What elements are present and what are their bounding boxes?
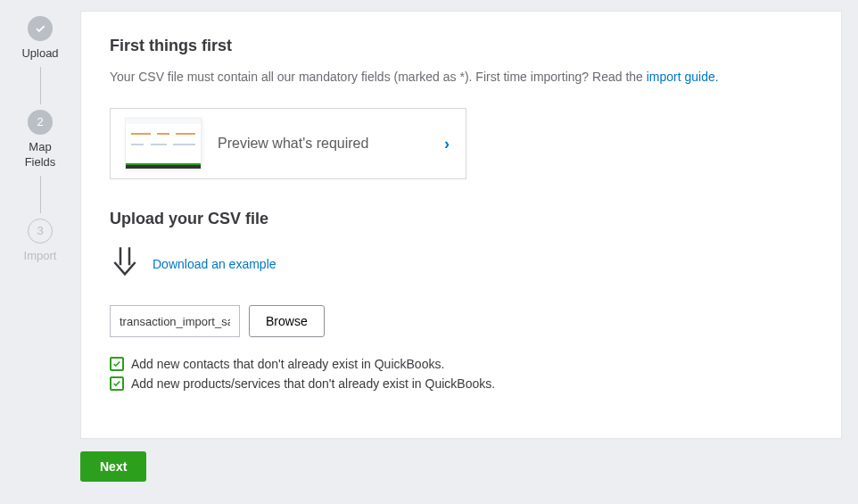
browse-button[interactable]: Browse	[249, 305, 325, 337]
checkbox-add-products[interactable]	[110, 376, 124, 391]
step-connector	[40, 176, 41, 213]
import-guide-link[interactable]: import guide	[647, 70, 719, 84]
checkbox-label: Add new products/services that don't alr…	[131, 376, 495, 391]
step-import: 3 Import	[24, 219, 57, 264]
intro-text: Your CSV file must contain all our manda…	[110, 68, 813, 87]
download-arrow-icon	[110, 244, 140, 284]
checkbox-row-contacts: Add new contacts that don't already exis…	[110, 357, 813, 371]
step-label: Upload	[21, 46, 58, 62]
file-name-input[interactable]	[110, 305, 240, 337]
preview-thumbnail-icon	[125, 118, 202, 169]
section-heading: First things first	[110, 37, 813, 55]
checkbox-row-products: Add new products/services that don't alr…	[110, 376, 813, 391]
section-heading: Upload your CSV file	[110, 210, 813, 228]
step-map-fields: 2 MapFields	[25, 110, 56, 170]
step-number-icon: 3	[28, 219, 53, 244]
download-example-row: Download an example	[110, 244, 813, 284]
download-example-link[interactable]: Download an example	[153, 257, 276, 271]
preview-required-button[interactable]: Preview what's required ›	[110, 108, 466, 179]
main-area: First things first Your CSV file must co…	[80, 0, 858, 504]
chevron-right-icon: ›	[444, 135, 450, 153]
step-label: MapFields	[25, 140, 56, 170]
step-upload: Upload	[21, 16, 58, 62]
file-selection-row: Browse	[110, 305, 813, 337]
step-label: Import	[24, 249, 57, 264]
step-connector	[40, 67, 41, 104]
checkbox-add-contacts[interactable]	[110, 357, 124, 371]
wizard-steps-sidebar: Upload 2 MapFields 3 Import	[0, 0, 80, 504]
next-button[interactable]: Next	[80, 451, 146, 482]
check-icon	[28, 16, 53, 41]
content-card: First things first Your CSV file must co…	[80, 11, 842, 439]
checkbox-label: Add new contacts that don't already exis…	[131, 357, 444, 371]
step-number-icon: 2	[28, 110, 53, 135]
upload-section: Upload your CSV file Download an example…	[110, 210, 813, 391]
preview-label: Preview what's required	[218, 136, 444, 152]
